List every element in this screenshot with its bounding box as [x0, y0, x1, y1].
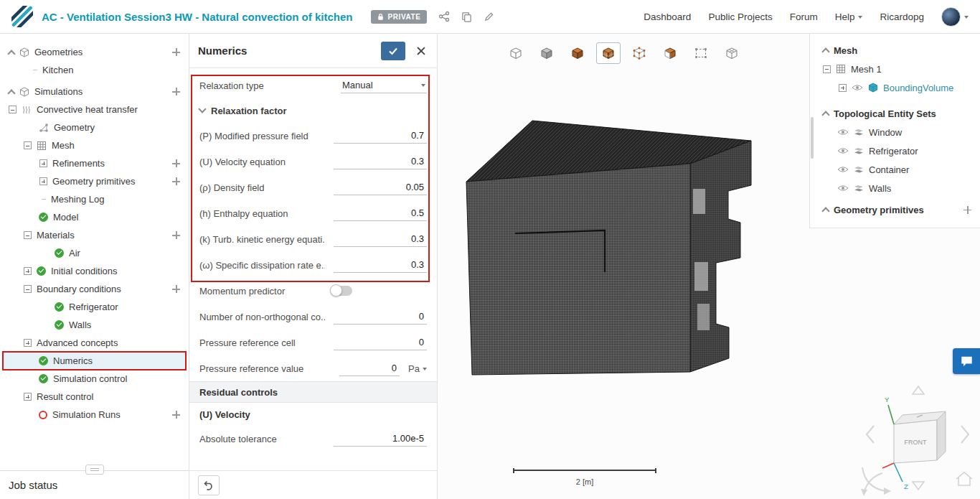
viewport-3d[interactable]: 2 [m] FRONT Y Z [438, 34, 980, 499]
tree-item-initial-conditions[interactable]: Initial conditions [0, 262, 189, 280]
wireframe-view-button[interactable] [504, 42, 528, 64]
visibility-eye-icon[interactable] [837, 185, 849, 192]
model-right-face[interactable] [690, 141, 751, 372]
point-view-button[interactable] [627, 42, 651, 64]
visibility-eye-icon[interactable] [852, 84, 863, 91]
visibility-eye-icon[interactable] [837, 129, 849, 136]
surface-mesh-view-button[interactable] [596, 42, 621, 64]
support-chat-button[interactable] [953, 348, 980, 374]
entity-set-refrigerator[interactable]: Refrigerator [810, 141, 980, 160]
add-geometry-primitive-button[interactable] [172, 177, 180, 185]
nav-public-projects[interactable]: Public Projects [708, 11, 772, 22]
tree-item-geometries[interactable]: Geometries [0, 43, 189, 61]
undo-button[interactable] [198, 475, 220, 495]
tree-item-air[interactable]: Air [0, 244, 189, 262]
add-boundary-condition-button[interactable] [172, 285, 180, 293]
topological-entity-sets-header[interactable]: Topological Entity Sets [810, 104, 980, 123]
entity-set-window[interactable]: Window [810, 123, 980, 141]
pressure-reference-value-input[interactable]: 0 [339, 360, 400, 376]
navigation-cube-widget[interactable]: FRONT Y Z [857, 383, 979, 498]
absolute-tolerance-input[interactable]: 1.00e-5 [334, 431, 427, 447]
avatar[interactable] [941, 7, 961, 27]
collapse-box-icon[interactable] [823, 65, 831, 73]
home-view-button[interactable] [956, 472, 972, 485]
tree-item-result-control[interactable]: Result control [0, 388, 189, 406]
collapse-box-icon[interactable] [24, 285, 32, 293]
collapse-chevron-icon[interactable] [7, 89, 15, 97]
non-orthogonal-input[interactable]: 0 [334, 309, 427, 325]
scene-item-bounding-volume[interactable]: BoundingVolume [810, 78, 980, 97]
tree-item-meshing-log[interactable]: Meshing Log [0, 190, 189, 208]
user-menu[interactable] [941, 7, 969, 27]
rotate-down-arrow[interactable] [913, 482, 924, 490]
tree-item-numerics[interactable]: Numerics [3, 352, 186, 370]
collapse-chevron-icon[interactable] [821, 207, 829, 215]
hidden-line-view-button[interactable] [658, 42, 682, 64]
rotate-right-arrow[interactable] [961, 426, 969, 443]
pressure-field-input[interactable]: 0.7 [334, 128, 427, 144]
enthalpy-equation-input[interactable]: 0.5 [334, 205, 427, 221]
tree-item-advanced-concepts[interactable]: Advanced concepts [0, 334, 189, 352]
privacy-badge[interactable]: PRIVATE [371, 10, 427, 24]
turb-kinetic-energy-input[interactable]: 0.3 [334, 231, 427, 247]
share-button[interactable] [438, 11, 450, 22]
copy-project-button[interactable] [461, 11, 472, 22]
entity-set-walls[interactable]: Walls [810, 179, 980, 197]
tree-item-convective-heat-transfer[interactable]: Convective heat transfer [0, 101, 189, 118]
mesh-model-3d[interactable] [458, 114, 771, 396]
roll-rotate-arrows[interactable] [861, 467, 891, 496]
tree-item-materials[interactable]: Materials [0, 226, 189, 244]
collapse-chevron-icon[interactable] [821, 47, 829, 55]
rotate-left-arrow[interactable] [867, 426, 874, 443]
expand-box-icon[interactable] [39, 177, 47, 185]
tree-item-refinements[interactable]: Refinements [0, 154, 189, 172]
visibility-eye-icon[interactable] [837, 166, 849, 173]
add-simulation-run-button[interactable] [172, 411, 180, 419]
nav-forum[interactable]: Forum [790, 11, 818, 22]
tree-item-simulation-runs[interactable]: Simulation Runs [0, 406, 189, 424]
entity-set-container[interactable]: Container [810, 160, 980, 179]
collapse-box-icon[interactable] [9, 106, 17, 113]
simscale-logo-icon[interactable] [11, 6, 33, 27]
nav-help[interactable]: Help [835, 11, 863, 22]
collapse-box-icon[interactable] [24, 141, 32, 149]
scene-item-mesh-root[interactable]: Mesh [810, 41, 980, 60]
tree-item-simulations[interactable]: Simulations [0, 83, 189, 101]
geometry-primitives-header[interactable]: Geometry primitives [810, 200, 980, 219]
add-refinement-button[interactable] [172, 159, 180, 167]
expand-box-icon[interactable] [24, 393, 32, 401]
tree-item-walls[interactable]: Walls [0, 316, 189, 334]
specific-dissipation-input[interactable]: 0.3 [334, 257, 427, 273]
relaxation-factor-section[interactable]: Relaxation factor [189, 98, 437, 123]
solid-view-button[interactable] [534, 42, 559, 64]
velocity-equation-input[interactable]: 0.3 [334, 154, 427, 169]
density-field-input[interactable]: 0.05 [334, 179, 427, 195]
tree-item-kitchen[interactable]: Kitchen [0, 61, 189, 79]
scene-item-mesh1[interactable]: Mesh 1 [810, 60, 980, 78]
expand-box-icon[interactable] [39, 159, 47, 167]
expand-box-icon[interactable] [24, 339, 32, 347]
nav-dashboard[interactable]: Dashboard [644, 11, 691, 22]
add-geometry-button[interactable] [172, 48, 180, 56]
relaxation-type-select[interactable]: Manual [341, 78, 427, 93]
expand-box-icon[interactable] [839, 84, 847, 92]
tree-item-simulation-control[interactable]: Simulation control [0, 370, 189, 388]
close-panel-button[interactable] [414, 44, 428, 58]
apply-button[interactable] [381, 42, 405, 60]
tree-item-model[interactable]: Model [0, 208, 189, 226]
expand-box-icon[interactable] [24, 267, 32, 275]
model-front-face[interactable] [466, 164, 690, 375]
pressure-unit-select[interactable]: Pa [408, 363, 427, 374]
tree-item-geometry[interactable]: Geometry [0, 118, 189, 136]
tree-item-mesh[interactable]: Mesh [0, 136, 189, 154]
scrollbar-thumb[interactable] [811, 117, 814, 159]
mesh-quality-button[interactable] [720, 42, 744, 64]
tree-item-boundary-conditions[interactable]: Boundary conditions [0, 280, 189, 298]
surface-view-button[interactable] [565, 42, 590, 64]
collapse-chevron-icon[interactable] [821, 111, 829, 118]
collapse-chevron-icon[interactable] [7, 50, 15, 57]
pressure-reference-cell-input[interactable]: 0 [334, 335, 427, 350]
visibility-eye-icon[interactable] [837, 147, 849, 154]
collapse-handle[interactable] [85, 465, 104, 475]
edit-title-button[interactable] [484, 11, 494, 22]
